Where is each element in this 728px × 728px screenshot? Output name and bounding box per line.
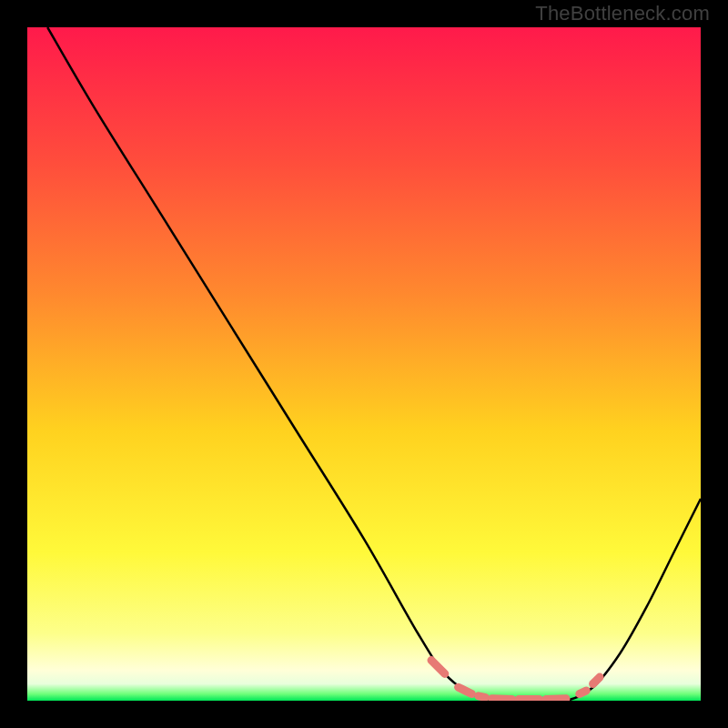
svg-line-6	[580, 691, 586, 694]
chart-container: TheBottleneck.com	[0, 0, 728, 728]
svg-line-3	[492, 699, 512, 700]
plot-area	[27, 27, 701, 701]
svg-line-5	[546, 699, 566, 700]
attribution-text: TheBottleneck.com	[535, 2, 710, 25]
svg-line-7	[593, 677, 600, 683]
gradient-background	[27, 27, 701, 701]
chart-svg	[27, 27, 701, 701]
svg-line-2	[479, 696, 485, 697]
